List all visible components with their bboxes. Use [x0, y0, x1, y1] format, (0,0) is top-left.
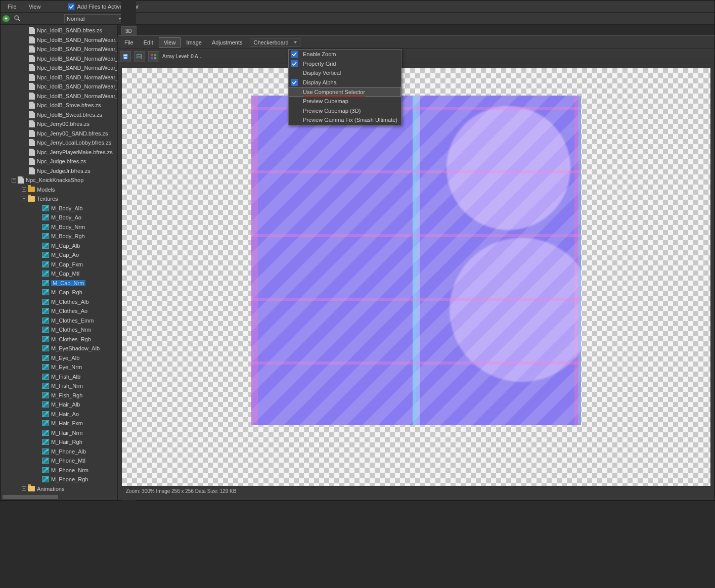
view-menu-item[interactable]: Display Alpha	[289, 78, 401, 87]
file-item[interactable]: Npc_IdolB_SAND_NormalWear_Fes_Sand…	[1, 92, 117, 101]
editor-menubar: File Edit View Image Adjustments Checker…	[118, 36, 714, 49]
edit-image-button[interactable]	[134, 51, 145, 62]
menu-file[interactable]: File	[3, 3, 22, 11]
texture-item[interactable]: M_Phone_Rgh	[1, 475, 117, 484]
horizontal-scrollbar[interactable]	[3, 495, 58, 499]
texture-item[interactable]: M_Fish_Rgh	[1, 391, 117, 400]
texture-icon	[42, 364, 49, 370]
svg-rect-4	[124, 57, 126, 59]
tree-item-label: Animations	[37, 486, 64, 492]
view-menu-item[interactable]: Display Vertical	[289, 68, 401, 78]
texture-item[interactable]: M_EyeShadow_Alb	[1, 344, 117, 353]
file-item[interactable]: Npc_IdolB_SAND.bfres.zs	[1, 26, 117, 35]
texture-item[interactable]: M_Clothes_Emm	[1, 316, 117, 326]
editor-menu-image[interactable]: Image	[182, 38, 206, 47]
file-icon	[29, 139, 35, 146]
folder-open-icon	[28, 196, 35, 202]
texture-icon	[42, 411, 49, 417]
menu-item-label: Enable Zoom	[303, 51, 336, 57]
texture-item[interactable]: M_Hair_Nrm	[1, 428, 117, 438]
file-item[interactable]: Npc_Jerry00_SAND.bfres.zs	[1, 129, 117, 139]
texture-icon	[42, 476, 49, 482]
file-item-open[interactable]: −Npc_KnickKnacksShop	[1, 175, 117, 185]
texture-item[interactable]: M_Fish_Alb	[1, 372, 117, 382]
mode-dropdown[interactable]: Normal	[64, 14, 124, 23]
editor-menu-view[interactable]: View	[159, 37, 181, 48]
tree-item-label: Npc_IdolB_SAND.bfres.zs	[37, 27, 102, 33]
view-menu-item[interactable]: Use Component Selector	[289, 87, 401, 97]
texture-item[interactable]: M_Clothes_Alb	[1, 297, 117, 307]
file-item[interactable]: Npc_IdolB_SAND_NormalWear_Fes_Sand…	[1, 73, 117, 82]
view-menu-item[interactable]: Enable Zoom	[289, 50, 401, 59]
texture-item[interactable]: M_Cap_Rgh	[1, 288, 117, 297]
file-item[interactable]: Npc_Judge.bfres.zs	[1, 157, 117, 166]
file-item[interactable]: Npc_IdolB_SAND_NormalWear_Fes_Sand…	[1, 82, 117, 92]
texture-item[interactable]: M_Clothes_Rgh	[1, 335, 117, 344]
texture-item[interactable]: M_Hair_Fxm	[1, 419, 117, 428]
texture-icon	[42, 355, 49, 361]
folder-animations[interactable]: −Animations	[1, 484, 117, 494]
texture-item[interactable]: M_Body_Alb	[1, 204, 117, 213]
tree-item-label: M_Phone_Mtl	[51, 458, 85, 464]
view-menu-item[interactable]: Property Grid	[289, 59, 401, 69]
file-item[interactable]: Npc_JudgeJr.bfres.zs	[1, 166, 117, 176]
texture-item[interactable]: M_Hair_Alb	[1, 400, 117, 410]
add-button[interactable]: +	[3, 15, 10, 22]
background-dropdown[interactable]: Checkerboard	[250, 38, 300, 47]
texture-icon	[42, 261, 49, 267]
save-button[interactable]	[120, 51, 131, 62]
texture-item[interactable]: M_Phone_Nrm	[1, 466, 117, 475]
texture-item[interactable]: M_Body_Rgh	[1, 232, 117, 241]
menu-view[interactable]: View	[24, 3, 46, 11]
texture-item[interactable]: M_Clothes_Ao	[1, 306, 117, 316]
editor-panel: 3D File Edit View Image Adjustments Chec…	[118, 25, 714, 500]
texture-item[interactable]: M_Cap_Alb	[1, 241, 117, 251]
texture-item[interactable]: M_Hair_Rgh	[1, 437, 117, 447]
file-icon	[29, 93, 35, 100]
texture-item[interactable]: M_Clothes_Nrm	[1, 325, 117, 335]
tree-item-label: M_Cap_Rgh	[51, 289, 82, 295]
tree-item-label: M_Hair_Nrm	[51, 430, 82, 436]
file-item[interactable]: Npc_IdolB_SAND_NormalWear_Fes_Sand…	[1, 54, 117, 64]
texture-item[interactable]: M_Cap_Fxm	[1, 260, 117, 269]
svg-rect-10	[154, 57, 156, 59]
file-item[interactable]: Npc_JerryLocalLobby.bfres.zs	[1, 138, 117, 148]
texture-item[interactable]: M_Fish_Nrm	[1, 381, 117, 391]
view-menu-item[interactable]: Preview Gamma Fix (Smash Ultimate)	[289, 115, 401, 125]
array-level-label: Array Level: 0 A…	[162, 54, 203, 59]
texture-icon	[42, 289, 49, 295]
view-menu-item[interactable]: Preview Cubemap	[289, 97, 401, 106]
file-icon	[29, 27, 35, 34]
file-item[interactable]: Npc_IdolB_SAND_NormalWear.bfres.zs	[1, 35, 117, 45]
view-menu-item[interactable]: Preview Cubemap (3D)	[289, 106, 401, 116]
texture-item[interactable]: M_Cap_Ao	[1, 250, 117, 260]
file-item[interactable]: Npc_JerryPlayerMake.bfres.zs	[1, 148, 117, 157]
texture-item[interactable]: M_Hair_Ao	[1, 410, 117, 419]
texture-item[interactable]: M_Body_Ao	[1, 213, 117, 222]
menu-item-label: Use Component Selector	[303, 89, 365, 95]
tab-3d[interactable]: 3D	[121, 26, 137, 35]
texture-item[interactable]: M_Eye_Alb	[1, 353, 117, 363]
folder-models[interactable]: +Models	[1, 185, 117, 195]
file-item[interactable]: Npc_Jerry00.bfres.zs	[1, 119, 117, 129]
texture-item[interactable]: M_Phone_Alb	[1, 447, 117, 457]
search-icon[interactable]	[14, 15, 21, 23]
tree-item-label: M_Cap_Fxm	[51, 261, 83, 267]
texture-item[interactable]: M_Cap_Nrm	[1, 279, 117, 288]
editor-menu-adjustments[interactable]: Adjustments	[207, 38, 247, 47]
texture-item[interactable]: M_Body_Nrm	[1, 222, 117, 232]
file-item[interactable]: Npc_IdolB_Stove.bfres.zs	[1, 101, 117, 110]
editor-menu-file[interactable]: File	[120, 38, 138, 47]
status-bar: Zoom: 300% Image 256 x 256 Data Size: 12…	[122, 486, 710, 496]
texture-canvas[interactable]	[122, 68, 710, 486]
file-item[interactable]: Npc_IdolB_SAND_NormalWear_Fes_Sand…	[1, 44, 117, 54]
texture-item[interactable]: M_Phone_Mtl	[1, 456, 117, 466]
editor-menu-edit[interactable]: Edit	[139, 38, 158, 47]
file-item[interactable]: Npc_IdolB_SAND_NormalWear_Fes_Sand…	[1, 63, 117, 73]
texture-item[interactable]: M_Eye_Nrm	[1, 363, 117, 372]
channel-button[interactable]	[148, 51, 159, 62]
texture-item[interactable]: M_Cap_Mtl	[1, 269, 117, 279]
menu-item-label: Property Grid	[303, 61, 336, 67]
file-item[interactable]: Npc_IdolB_Sweat.bfres.zs	[1, 110, 117, 120]
folder-textures[interactable]: −Textures	[1, 194, 117, 204]
